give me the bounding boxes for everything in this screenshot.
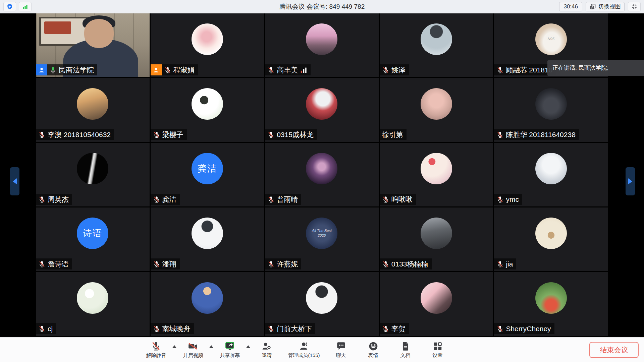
exit-fullscreen-button[interactable] (628, 2, 641, 11)
participant-grid: 民商法学院 程淑娟 高丰美 (36, 13, 608, 336)
participant-tile[interactable]: 陈胜华 201811640238 (494, 78, 608, 142)
participant-tile[interactable]: 呜啾啾 (380, 143, 493, 206)
participant-label: 李贺 (380, 323, 409, 334)
participant-tile[interactable]: 李澳 201810540632 (36, 78, 150, 142)
participant-tile[interactable]: jia (494, 207, 608, 271)
mic-muted-icon (151, 341, 161, 352)
participant-tile[interactable]: All The Best 2020 许燕妮 (265, 207, 379, 271)
switch-view-label: 切换视图 (598, 3, 621, 10)
toolbar-button[interactable]: 邀请 (256, 341, 278, 359)
caret-up-icon[interactable] (172, 345, 176, 348)
participant-label: 门前大桥下 (265, 323, 315, 334)
avatar (306, 153, 337, 184)
participant-tile[interactable]: ymc (494, 143, 608, 206)
participant-name: 陈胜华 201811640238 (506, 130, 575, 139)
mic-muted-icon (153, 131, 160, 138)
avatar-caption: N95 (548, 37, 554, 42)
participant-label-segment: 普雨晴 (265, 194, 301, 205)
exit-fullscreen-icon (631, 3, 638, 10)
participant-label-segment: 高丰美 (265, 64, 311, 75)
avatar (77, 153, 108, 184)
participant-label-segment: 李澳 201810540632 (36, 129, 114, 140)
mic-muted-icon (382, 196, 389, 203)
participant-tile[interactable]: 潘翔 (151, 207, 264, 271)
avatar (421, 282, 452, 314)
participant-tile[interactable]: SherryCheney (494, 272, 608, 336)
toolbar-button[interactable]: 管理成员(155) (288, 341, 320, 359)
participant-label-segment: 程淑娟 (162, 64, 198, 75)
participant-label: 姚泽 (380, 64, 409, 75)
participant-label-segment: 潘翔 (151, 258, 180, 269)
avatar (192, 282, 223, 314)
participant-tile[interactable]: 程淑娟 (151, 13, 264, 77)
network-status-button[interactable] (19, 2, 32, 11)
toolbar-button[interactable]: 共享屏幕 (219, 341, 241, 359)
toolbar-button[interactable]: 设置 (427, 341, 449, 359)
next-page-arrow[interactable] (626, 167, 635, 195)
participant-name: 李贺 (391, 324, 406, 334)
participant-tile[interactable]: 民商法学院 (36, 13, 150, 77)
mic-muted-icon (382, 260, 389, 268)
caret-up-icon[interactable] (209, 345, 213, 348)
settings-icon (433, 341, 443, 352)
participant-label-segment: 龚洁 (151, 194, 180, 205)
mic-muted-icon (267, 325, 275, 333)
mic-muted-icon (38, 131, 46, 138)
participant-tile[interactable]: 龚洁 龚洁 (151, 143, 264, 206)
participant-label-segment: 詹诗语 (36, 258, 72, 269)
toolbar-button[interactable]: 聊天 (330, 341, 352, 359)
mic-muted-icon (267, 260, 275, 268)
participant-tile[interactable]: 梁樱子 (151, 78, 264, 142)
prev-page-arrow[interactable] (10, 167, 19, 195)
participant-label-segment: 周英杰 (36, 194, 72, 205)
participant-label: 徐引第 (380, 129, 407, 140)
participant-name: cj (48, 325, 53, 333)
participant-name: 普雨晴 (277, 195, 298, 204)
avatar-text: 诗语 (83, 227, 102, 239)
end-meeting-button[interactable]: 结束会议 (589, 342, 639, 358)
participant-tile[interactable]: 门前大桥下 (265, 272, 379, 336)
toolbar-button[interactable]: 表情 (362, 341, 384, 359)
avatar (535, 282, 567, 314)
toolbar-label: 邀请 (262, 352, 272, 359)
participant-label-segment: 许燕妮 (265, 258, 301, 269)
participant-tile[interactable]: 南城晚舟 (151, 272, 264, 336)
mic-muted-icon (38, 325, 46, 333)
participant-tile[interactable]: 0133杨楠楠 (380, 207, 493, 271)
switch-view-button[interactable]: 切换视图 (586, 2, 625, 11)
mic-muted-icon (496, 260, 504, 268)
members-icon (299, 341, 309, 352)
participant-label: 龚洁 (151, 194, 180, 205)
avatar (535, 153, 567, 184)
avatar (421, 88, 452, 120)
meeting-title: 腾讯会议 会议号: 849 449 782 (279, 2, 365, 11)
security-shield-button[interactable] (3, 2, 16, 11)
participant-tile[interactable]: 姚泽 (380, 13, 493, 77)
participant-label: 南城晚舟 (151, 323, 194, 334)
host-badge-icon (36, 64, 47, 75)
avatar (535, 88, 567, 120)
toolbar-button[interactable]: 开启视频 (182, 341, 204, 359)
participant-tile[interactable]: 普雨晴 (265, 143, 379, 206)
participant-label: 0315戚林龙 (265, 129, 317, 140)
participant-tile[interactable]: 0315戚林龙 (265, 78, 379, 142)
top-bar: 腾讯会议 会议号: 849 449 782 30:46 切换视图 (0, 0, 644, 13)
avatar: All The Best 2020 (306, 218, 337, 249)
caret-up-icon[interactable] (246, 345, 250, 348)
participant-name: 周英杰 (48, 195, 69, 204)
toolbar-button[interactable]: 文档 (394, 341, 417, 359)
avatar (192, 88, 223, 120)
participant-label: 顾融芯 201810 (494, 64, 556, 75)
participant-tile[interactable]: 李贺 (380, 272, 493, 336)
shield-icon (6, 3, 13, 10)
mic-muted-icon (267, 196, 275, 203)
toolbar-button[interactable]: 解除静音 (145, 341, 167, 359)
speaking-toast: 正在讲话: 民商法学院; (547, 60, 644, 76)
participant-tile[interactable]: cj (36, 272, 150, 336)
participant-tile[interactable]: 诗语 詹诗语 (36, 207, 150, 271)
participant-name: 程淑娟 (173, 65, 195, 75)
participant-tile[interactable]: 徐引第 (380, 78, 493, 142)
participant-tile[interactable]: 周英杰 (36, 143, 150, 206)
cohost-badge-icon (151, 64, 162, 75)
participant-tile[interactable]: 高丰美 (265, 13, 379, 77)
